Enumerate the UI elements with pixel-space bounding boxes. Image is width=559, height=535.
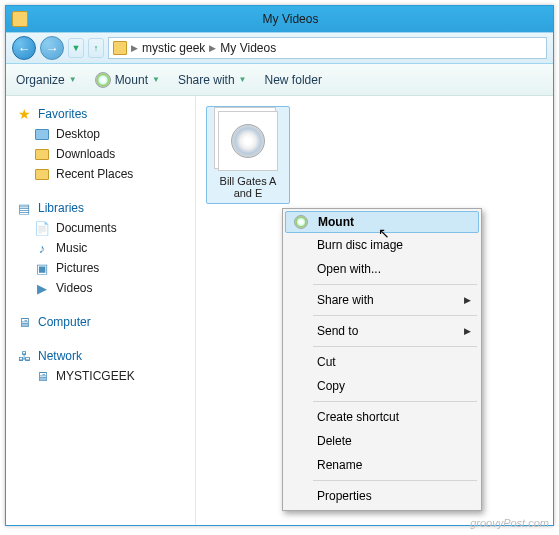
folder-icon: [113, 41, 127, 55]
sidebar-item-pictures[interactable]: ▣Pictures: [12, 258, 189, 278]
share-with-button[interactable]: Share with▼: [178, 73, 247, 87]
address-bar[interactable]: ▶ mystic geek ▶ My Videos: [108, 37, 547, 59]
separator: [313, 284, 477, 285]
disc-icon: [294, 215, 308, 229]
folder-icon: [12, 11, 28, 27]
computer-icon: 🖥: [16, 314, 32, 330]
mount-button[interactable]: Mount▼: [95, 72, 160, 88]
submenu-arrow-icon: ▶: [464, 326, 471, 336]
chevron-right-icon: ▶: [209, 43, 216, 53]
libraries-icon: ▤: [16, 200, 32, 216]
file-item[interactable]: Bill Gates A and E: [206, 106, 290, 204]
sidebar-item-mysticgeek[interactable]: 🖥MYSTICGEEK: [12, 366, 189, 386]
toolbar: Organize▼ Mount▼ Share with▼ New folder: [6, 64, 553, 96]
back-button[interactable]: ←: [12, 36, 36, 60]
sidebar-item-recent-places[interactable]: Recent Places: [12, 164, 189, 184]
breadcrumb-seg[interactable]: mystic geek: [142, 41, 205, 55]
ctx-rename[interactable]: Rename: [285, 453, 479, 477]
sidebar-head-network[interactable]: 🖧 Network: [12, 346, 189, 366]
sidebar-item-documents[interactable]: 📄Documents: [12, 218, 189, 238]
separator: [313, 315, 477, 316]
folder-icon: [35, 169, 49, 180]
ctx-share-with[interactable]: Share with▶: [285, 288, 479, 312]
videos-icon: ▶: [34, 280, 50, 296]
ctx-send-to[interactable]: Send to▶: [285, 319, 479, 343]
music-icon: ♪: [34, 240, 50, 256]
organize-button[interactable]: Organize▼: [16, 73, 77, 87]
ctx-create-shortcut[interactable]: Create shortcut: [285, 405, 479, 429]
history-dropdown[interactable]: ▼: [68, 38, 84, 58]
separator: [313, 480, 477, 481]
submenu-arrow-icon: ▶: [464, 295, 471, 305]
computer-icon: 🖥: [34, 368, 50, 384]
sidebar-item-downloads[interactable]: Downloads: [12, 144, 189, 164]
breadcrumb-seg[interactable]: My Videos: [220, 41, 276, 55]
disc-icon: [95, 72, 111, 88]
disc-icon: [231, 124, 265, 158]
folder-icon: [35, 149, 49, 160]
network-icon: 🖧: [16, 348, 32, 364]
file-name: Bill Gates A and E: [211, 175, 285, 199]
ctx-copy[interactable]: Copy: [285, 374, 479, 398]
separator: [313, 401, 477, 402]
sidebar-head-favorites[interactable]: ★ Favorites: [12, 104, 189, 124]
up-button[interactable]: ↑: [88, 38, 104, 58]
watermark: groovyPost.com: [470, 517, 549, 529]
file-thumbnail: [218, 111, 278, 171]
context-menu: Mount Burn disc image Open with... Share…: [282, 208, 482, 511]
ctx-open-with[interactable]: Open with...: [285, 257, 479, 281]
title-bar[interactable]: My Videos: [6, 6, 553, 32]
sidebar: ★ Favorites Desktop Downloads Recent Pla…: [6, 96, 196, 525]
sidebar-head-computer[interactable]: 🖥 Computer: [12, 312, 189, 332]
ctx-delete[interactable]: Delete: [285, 429, 479, 453]
new-folder-button[interactable]: New folder: [265, 73, 322, 87]
window-title: My Videos: [34, 12, 547, 26]
separator: [313, 346, 477, 347]
ctx-burn-disc-image[interactable]: Burn disc image: [285, 233, 479, 257]
ctx-cut[interactable]: Cut: [285, 350, 479, 374]
ctx-properties[interactable]: Properties: [285, 484, 479, 508]
sidebar-head-libraries[interactable]: ▤ Libraries: [12, 198, 189, 218]
sidebar-item-desktop[interactable]: Desktop: [12, 124, 189, 144]
sidebar-item-music[interactable]: ♪Music: [12, 238, 189, 258]
ctx-mount[interactable]: Mount: [285, 211, 479, 233]
chevron-right-icon: ▶: [131, 43, 138, 53]
pictures-icon: ▣: [34, 260, 50, 276]
forward-button[interactable]: →: [40, 36, 64, 60]
desktop-icon: [35, 129, 49, 140]
sidebar-item-videos[interactable]: ▶Videos: [12, 278, 189, 298]
star-icon: ★: [16, 106, 32, 122]
nav-row: ← → ▼ ↑ ▶ mystic geek ▶ My Videos: [6, 32, 553, 64]
documents-icon: 📄: [34, 220, 50, 236]
